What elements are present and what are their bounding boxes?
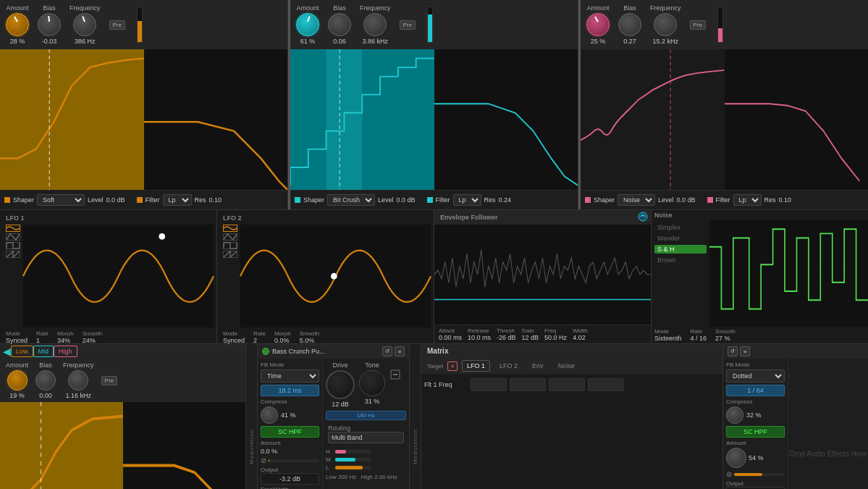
band-tab-high[interactable]: High	[54, 346, 77, 357]
center-active-led[interactable]	[262, 348, 269, 355]
envelope-sync-btn[interactable]	[638, 212, 648, 223]
filter-type-label-1: Filter	[146, 196, 160, 204]
envelope-display[interactable]	[434, 225, 651, 325]
pre-badge-3[interactable]: Pre	[690, 20, 706, 30]
shaper-display-2[interactable]	[290, 49, 434, 190]
shaper-type-select-2[interactable]: Bit CrushSoft	[327, 194, 375, 206]
bias-knob-2[interactable]	[328, 13, 351, 36]
shaper-display-3[interactable]	[581, 49, 725, 190]
amount-knob-3[interactable]	[586, 13, 610, 36]
filter-type-select-2[interactable]: Lp	[453, 194, 481, 206]
fb-time-value[interactable]: 18.2 ms	[261, 385, 319, 396]
filter-display-1[interactable]	[144, 49, 288, 190]
lfo1-morph-label: Morph	[57, 330, 74, 337]
frequency-knob-1[interactable]	[73, 13, 96, 36]
lfo1-unit: LFO 1	[0, 210, 217, 343]
matrix-lfo1-col[interactable]: LFO 1	[462, 360, 490, 372]
lfo2-unit: LFO 2	[217, 210, 434, 343]
nav-arrow-left[interactable]: ◀	[3, 346, 11, 357]
shaper-display-1[interactable]	[0, 49, 144, 190]
envelope-title: Envelope Follower	[437, 212, 501, 222]
lfo1-square-shape[interactable]	[6, 242, 20, 249]
matrix-noise-col[interactable]: Noise	[553, 360, 580, 372]
bottom-amount-knob[interactable]	[7, 370, 28, 390]
matrix-flt1-lfo2[interactable]	[510, 378, 546, 391]
drive-knob[interactable]	[326, 370, 355, 399]
amount-knob-2[interactable]	[296, 13, 319, 36]
shaper-type-select-1[interactable]: SoftHardBit Crush	[37, 194, 85, 206]
lfo2-rate-label: Rate	[253, 330, 266, 337]
bias-knob-1[interactable]	[38, 13, 61, 36]
freq-hz-value[interactable]: 180 Hz	[326, 411, 406, 420]
pre-badge-1[interactable]: Pre	[109, 20, 125, 30]
filter-display-2[interactable]	[434, 49, 578, 190]
matrix-env-col[interactable]: Env	[527, 360, 549, 372]
matrix-flt1-noise[interactable]	[588, 378, 624, 391]
lfo2-waveform-display[interactable]	[240, 225, 431, 327]
amount-knob-1[interactable]	[6, 13, 29, 36]
lfo2-triangle-shape[interactable]	[223, 233, 237, 241]
lfo1-waveform-display[interactable]	[23, 225, 214, 327]
filter-res-value-3: 0.10	[779, 196, 792, 204]
center-icon-1[interactable]: ↺	[382, 346, 392, 356]
lfo1-triangle-shape[interactable]	[6, 233, 20, 241]
filter-svg-3	[725, 49, 869, 190]
right-amount-knob[interactable]	[726, 448, 746, 468]
noise-type-list: Simplex Wander S & H Brown	[652, 220, 709, 327]
band-tab-low[interactable]: Low	[11, 346, 33, 357]
noise-wander[interactable]: Wander	[654, 234, 707, 243]
matrix-lfo2-col[interactable]: LFO 2	[494, 360, 523, 372]
shaper-type-select-3[interactable]: NoiseSoft	[618, 194, 655, 206]
bottom-shaper-display[interactable]	[0, 402, 123, 489]
filter-display-3[interactable]	[725, 49, 869, 190]
noise-s-and-h[interactable]: S & H	[654, 245, 707, 254]
compress-knob[interactable]	[261, 406, 278, 424]
fb-mode-select[interactable]: TimeDotted	[261, 369, 319, 383]
tone-knob[interactable]	[359, 370, 385, 396]
lfo2-square-shape[interactable]	[223, 242, 237, 249]
env-thresh-value: -26 dB	[497, 334, 516, 341]
frequency-knob-3[interactable]	[654, 13, 677, 36]
lfo2-saw-shape[interactable]	[223, 251, 237, 258]
right-compress-knob[interactable]	[726, 406, 743, 424]
right-sc-hpf[interactable]: SC HPF	[726, 426, 785, 438]
frequency-knob-2[interactable]	[363, 13, 387, 36]
bottom-filter-svg	[123, 402, 246, 489]
tone-label: Tone	[365, 361, 379, 369]
center-icon-2[interactable]: ≡	[395, 346, 405, 356]
bottom-filter-display[interactable]	[123, 402, 246, 489]
routing-value[interactable]: Multi Band	[328, 432, 404, 443]
freq-width-label: Freq|Width	[261, 486, 319, 489]
noise-waveform-display[interactable]	[709, 220, 868, 327]
right-icon-2[interactable]: ≡	[740, 346, 750, 356]
amount-value-2: 61 %	[300, 38, 316, 45]
filter-res-label-1: Res	[195, 196, 206, 204]
bottom-pre-badge[interactable]: Pre	[101, 376, 117, 385]
filter-type-select-1[interactable]: LpHp	[163, 194, 192, 206]
lfo2-sine-shape[interactable]	[223, 225, 237, 232]
lfo1-saw-shape[interactable]	[6, 251, 20, 258]
bottom-bias-knob[interactable]	[35, 370, 56, 390]
bias-knob-3[interactable]	[618, 13, 641, 36]
matrix-flt1-env[interactable]	[549, 378, 585, 391]
amount-label-1: Amount	[6, 4, 28, 12]
band-m-bar-container	[335, 458, 371, 461]
right-icon-1[interactable]: ↺	[728, 346, 738, 356]
noise-simplex[interactable]: Simplex	[654, 223, 707, 232]
matrix-close-x[interactable]: ×	[447, 361, 458, 371]
pre-badge-2[interactable]: Pre	[400, 20, 416, 30]
noise-brown[interactable]: Brown	[654, 256, 707, 264]
sc-hpf-badge[interactable]: SC HPF	[261, 426, 319, 438]
lfo1-rate-group: Rate 1	[36, 330, 49, 344]
clip-icon[interactable]	[389, 369, 401, 380]
lfo1-sine-shape[interactable]	[6, 225, 20, 232]
filter-type-select-3[interactable]: Lp	[733, 194, 762, 206]
amount-knob-group-3: Amount 25 %	[586, 4, 610, 45]
low-label: Low	[326, 474, 337, 480]
band-tab-mid[interactable]: Mid	[33, 346, 54, 357]
right-fb-select[interactable]: Dotted	[726, 369, 785, 383]
shaper-svg-1	[0, 49, 144, 190]
right-fb-time[interactable]: 1 / 64	[726, 385, 785, 396]
bottom-frequency-knob[interactable]	[68, 370, 88, 390]
matrix-flt1-lfo1[interactable]	[471, 378, 507, 391]
